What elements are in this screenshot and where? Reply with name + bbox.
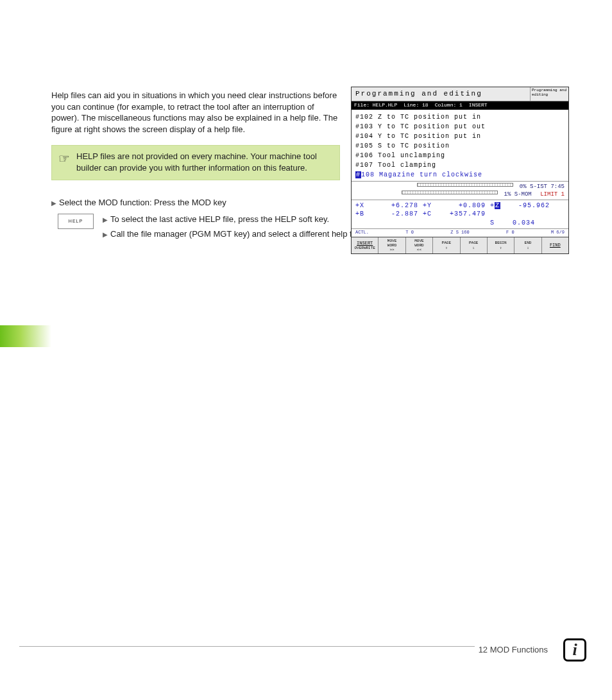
footer-rule — [19, 646, 526, 647]
coord-line-1: +X +6.278 +Y +0.809 +Z -95.962 — [355, 201, 565, 210]
softkey-row: INSERT OVERWRITE MOVE WORD >> MOVE WORD … — [352, 237, 568, 254]
stat-feed: F 0 — [506, 230, 514, 235]
stat-z: Z S 160 — [450, 230, 469, 235]
status-file: File: HELP.HLP — [354, 102, 397, 109]
screen-mode-side: Programming and editing — [530, 87, 568, 101]
coord-line-2: +B -2.887 +C +357.479 — [355, 210, 565, 219]
status-column: Column: 1 — [435, 102, 463, 109]
bottom-status: ACTL. T 0 Z S 160 F 0 M 6/9 — [352, 228, 568, 236]
list-item: #105 S to TC position — [355, 141, 565, 151]
page-footer: 12 MOD Functions i — [0, 638, 612, 662]
softkey-page-up[interactable]: PAGE ⇧ — [433, 237, 460, 254]
section-marker — [0, 325, 51, 347]
slider-icon — [402, 191, 498, 194]
arrow-down-icon: ⇩ — [527, 246, 529, 250]
step-1-text: Select the MOD function: Press the MOD k… — [59, 197, 226, 209]
pointing-hand-icon: ☞ — [58, 151, 70, 173]
help-softkey[interactable]: HELP — [58, 214, 94, 229]
intro-paragraph: Help files can aid you in situations in … — [51, 90, 340, 135]
softkey-move-word-left[interactable]: MOVE WORD << — [406, 237, 433, 254]
stat-tool: T 0 — [405, 230, 414, 235]
status-mode: INSERT — [469, 102, 488, 109]
list-item: #107 Tool clamping — [355, 160, 565, 170]
triangle-bullet-icon: ▶ — [103, 228, 108, 239]
help-listing: #102 Z to TC position put in #103 Y to T… — [352, 110, 568, 181]
note-text: HELP files are not provided on every mac… — [76, 151, 333, 173]
substep-1-text: To select the last active HELP file, pre… — [110, 214, 329, 225]
note-box: ☞ HELP files are not provided on every m… — [51, 145, 340, 180]
stat-actl: ACTL. — [355, 230, 369, 235]
s-mom: 1% S-MOM — [504, 191, 532, 198]
cnc-screen-figure: Programming and editing Programming and … — [351, 87, 569, 254]
screen-statusbar: File: HELP.HLP Line: 18 Column: 1 INSERT — [352, 101, 568, 110]
triangle-bullet-icon: ▶ — [103, 214, 108, 225]
limit-text: LIMIT 1 — [540, 191, 565, 198]
arrow-up-icon: ⇧ — [500, 246, 502, 250]
stat-m: M 6/9 — [551, 230, 565, 235]
cursor-icon: # — [355, 171, 361, 178]
softkey-begin[interactable]: BEGIN ⇧ — [488, 237, 514, 254]
s-ist: 0% S-IST 7:45 — [520, 183, 565, 191]
softkey-find[interactable]: FIND — [542, 237, 568, 254]
triangle-bullet-icon: ▶ — [51, 197, 56, 208]
list-item: #103 Y to TC position put out — [355, 122, 565, 132]
position-display: +X +6.278 +Y +0.809 +Z -95.962 +B -2.887… — [352, 200, 568, 229]
axis-highlight: Z — [495, 202, 500, 209]
softkey-insert-overwrite[interactable]: INSERT OVERWRITE — [352, 237, 378, 254]
arrow-up-icon: ⇧ — [445, 246, 448, 250]
feed-override-bar: 0% S-IST 7:45 1% S-MOM LIMIT 1 — [352, 181, 568, 200]
softkey-end[interactable]: END ⇩ — [514, 237, 541, 254]
info-icon: i — [563, 638, 586, 662]
list-item: #104 Y to TC position put in — [355, 132, 565, 141]
list-item-selected: #108 Magazine turn clockwise — [355, 170, 565, 180]
footer-text: 12 MOD Functions — [475, 644, 552, 656]
list-item: #102 Z to TC position put in — [355, 112, 565, 122]
softkey-move-word-right[interactable]: MOVE WORD >> — [378, 237, 405, 254]
screen-titlebar: Programming and editing Programming and … — [352, 87, 568, 101]
softkey-page-down[interactable]: PAGE ⇩ — [461, 237, 488, 254]
slider-icon — [417, 183, 513, 187]
arrow-down-icon: ⇩ — [472, 246, 475, 250]
list-item: #106 Tool unclamping — [355, 151, 565, 160]
screen-title: Programming and editing — [352, 87, 530, 101]
status-line: Line: 18 — [404, 102, 428, 109]
coord-line-3: S 0.034 — [355, 219, 565, 228]
